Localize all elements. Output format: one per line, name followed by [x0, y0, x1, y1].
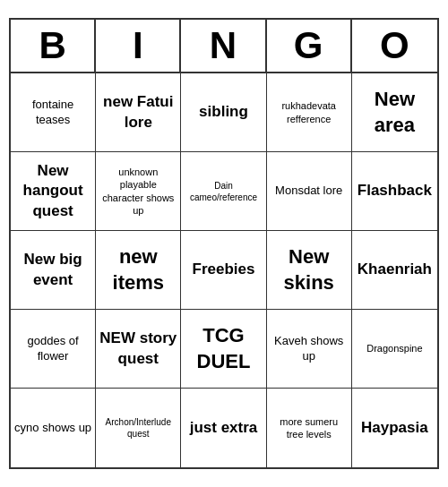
bingo-cell: NEW story quest [96, 310, 181, 389]
bingo-cell: fontaine teases [11, 73, 96, 152]
bingo-cell: cyno shows up [11, 389, 96, 467]
bingo-cell: Dain cameo/reference [181, 152, 266, 231]
header-letter: O [352, 20, 437, 72]
cell-text: Monsdat lore [275, 184, 342, 199]
bingo-cell: New skins [267, 231, 352, 310]
bingo-grid: fontaine teasesnew Fatui loresiblingrukh… [11, 73, 437, 467]
cell-text: New hangout quest [14, 161, 91, 220]
cell-text: New skins [271, 244, 348, 295]
cell-text: Archon/Interlude quest [99, 416, 177, 440]
bingo-cell: New hangout quest [11, 152, 96, 231]
cell-text: Kaveh shows up [271, 334, 348, 364]
bingo-cell: New big event [11, 231, 96, 310]
bingo-cell: more sumeru tree levels [267, 389, 352, 467]
cell-text: goddes of flower [14, 334, 91, 364]
cell-text: Dragonspine [366, 342, 422, 355]
cell-text: unknown playable character shows up [99, 166, 177, 217]
bingo-cell: Dragonspine [352, 310, 437, 389]
bingo-cell: Kaveh shows up [267, 310, 352, 389]
cell-text: TCG DUEL [185, 323, 262, 374]
bingo-cell: Archon/Interlude quest [96, 389, 181, 467]
bingo-cell: new items [96, 231, 181, 310]
cell-text: Flashback [358, 181, 432, 201]
header-letter: N [181, 20, 266, 72]
header-letter: B [11, 20, 96, 72]
bingo-card: BINGO fontaine teasesnew Fatui loresibli… [9, 18, 439, 469]
cell-text: Khaenriah [358, 260, 432, 279]
bingo-cell: New area [352, 73, 437, 152]
bingo-cell: Flashback [352, 152, 437, 231]
header-letter: G [267, 20, 352, 72]
cell-text: new Fatui lore [99, 92, 177, 132]
cell-text: sibling [199, 102, 248, 122]
cell-text: new items [99, 244, 177, 295]
bingo-cell: new Fatui lore [96, 73, 181, 152]
bingo-cell: rukhadevata refference [267, 73, 352, 152]
bingo-cell: unknown playable character shows up [96, 152, 181, 231]
bingo-header: BINGO [11, 20, 437, 73]
cell-text: cyno shows up [14, 421, 91, 436]
cell-text: New big event [14, 250, 91, 289]
bingo-cell: goddes of flower [11, 310, 96, 389]
cell-text: just extra [190, 418, 258, 438]
bingo-cell: sibling [181, 73, 266, 152]
cell-text: Dain cameo/reference [185, 180, 262, 203]
cell-text: Freebies [193, 260, 255, 279]
cell-text: New area [356, 87, 434, 138]
bingo-cell: just extra [181, 389, 266, 467]
cell-text: more sumeru tree levels [271, 415, 348, 441]
bingo-cell: Haypasia [352, 389, 437, 467]
bingo-cell: Freebies [181, 231, 266, 310]
bingo-cell: TCG DUEL [181, 310, 266, 389]
bingo-cell: Monsdat lore [267, 152, 352, 231]
cell-text: fontaine teases [14, 98, 91, 128]
header-letter: I [96, 20, 181, 72]
cell-text: Haypasia [361, 418, 428, 438]
cell-text: NEW story quest [99, 329, 177, 368]
bingo-cell: Khaenriah [352, 231, 437, 310]
cell-text: rukhadevata refference [271, 99, 348, 125]
